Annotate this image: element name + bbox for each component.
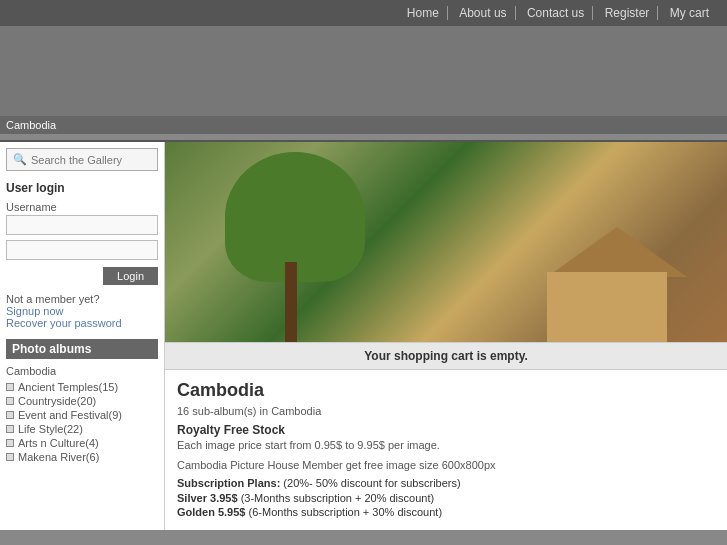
nav-about-us[interactable]: About us xyxy=(451,6,515,20)
album-bullet-icon xyxy=(6,425,14,433)
nav-my-cart[interactable]: My cart xyxy=(662,6,717,20)
subscription-label: Subscription Plans: (20%- 50% discount f… xyxy=(177,477,715,489)
tree-trunk xyxy=(285,262,297,342)
search-box[interactable]: 🔍 xyxy=(6,148,158,171)
sidebar: 🔍 User login Username Login Not a member… xyxy=(0,142,165,530)
album-bullet-icon xyxy=(6,453,14,461)
album-bullet-icon xyxy=(6,397,14,405)
member-info: Cambodia Picture House Member get free i… xyxy=(177,459,715,471)
top-navigation: Home About us Contact us Register My car… xyxy=(0,0,727,26)
user-login-title: User login xyxy=(6,181,158,195)
username-input[interactable] xyxy=(6,215,158,235)
recover-link[interactable]: Recover your password xyxy=(6,317,158,329)
album-item-label: Ancient Temples(15) xyxy=(18,381,118,393)
hut-base xyxy=(547,272,667,342)
search-input[interactable] xyxy=(31,154,151,166)
royalty-free-label: Royalty Free Stock xyxy=(177,423,715,437)
not-member-section: Not a member yet? Signup now Recover you… xyxy=(6,293,158,329)
nav-register[interactable]: Register xyxy=(597,6,659,20)
golden-plan: Golden 5.95$ (6-Months subscription + 30… xyxy=(177,506,715,518)
album-item-label: Event and Festival(9) xyxy=(18,409,122,421)
album-item-label: Makena River(6) xyxy=(18,451,99,463)
album-list: Cambodia Ancient Temples(15)Countryside(… xyxy=(6,365,158,464)
album-list-item[interactable]: Arts n Culture(4) xyxy=(6,436,158,450)
photo-albums-title: Photo albums xyxy=(6,339,158,359)
album-list-item[interactable]: Event and Festival(9) xyxy=(6,408,158,422)
banner xyxy=(0,26,727,116)
golden-plan-detail: (6-Months subscription + 30% discount) xyxy=(249,506,443,518)
page-title: Cambodia xyxy=(177,380,715,401)
album-list-item[interactable]: Life Style(22) xyxy=(6,422,158,436)
album-bullet-icon xyxy=(6,411,14,419)
silver-plan-detail: (3-Months subscription + 20% discount) xyxy=(241,492,435,504)
username-label: Username xyxy=(6,201,158,213)
cart-bar: Your shopping cart is empty. xyxy=(165,342,727,370)
search-icon: 🔍 xyxy=(13,153,27,166)
subscription-plans-bold: Subscription Plans: xyxy=(177,477,280,489)
album-item-label: Life Style(22) xyxy=(18,423,83,435)
album-list-item[interactable]: Makena River(6) xyxy=(6,450,158,464)
hero-image xyxy=(165,142,727,342)
silver-plan: Silver 3.95$ (3-Months subscription + 20… xyxy=(177,492,715,504)
hut-roof xyxy=(547,227,687,277)
nav-contact-us[interactable]: Contact us xyxy=(519,6,593,20)
main-layout: 🔍 User login Username Login Not a member… xyxy=(0,140,727,530)
login-button[interactable]: Login xyxy=(103,267,158,285)
subscription-discount: (20%- 50% discount for subscribers) xyxy=(283,477,460,489)
album-category: Cambodia xyxy=(6,365,158,377)
signup-link[interactable]: Signup now xyxy=(6,305,158,317)
price-info: Each image price start from 0.95$ to 9.9… xyxy=(177,439,715,451)
golden-plan-label: Golden 5.95$ xyxy=(177,506,245,518)
album-item-label: Countryside(20) xyxy=(18,395,96,407)
album-bullet-icon xyxy=(6,439,14,447)
password-input[interactable] xyxy=(6,240,158,260)
nav-home[interactable]: Home xyxy=(399,6,448,20)
album-list-item[interactable]: Ancient Temples(15) xyxy=(6,380,158,394)
silver-plan-label: Silver 3.95$ xyxy=(177,492,238,504)
content-body: Cambodia 16 sub-album(s) in Cambodia Roy… xyxy=(165,370,727,530)
album-item-label: Arts n Culture(4) xyxy=(18,437,99,449)
user-login-section: User login Username Login Not a member y… xyxy=(6,181,158,329)
breadcrumb: Cambodia xyxy=(0,116,727,134)
content-area: Your shopping cart is empty. Cambodia 16… xyxy=(165,142,727,530)
album-bullet-icon xyxy=(6,383,14,391)
sub-albums-count: 16 sub-album(s) in Cambodia xyxy=(177,405,715,417)
not-member-text: Not a member yet? xyxy=(6,293,100,305)
album-list-item[interactable]: Countryside(20) xyxy=(6,394,158,408)
